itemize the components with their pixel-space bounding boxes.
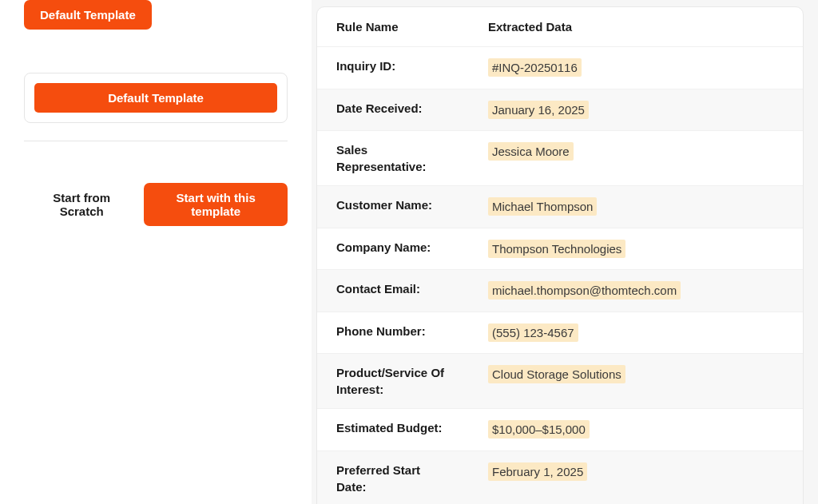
table-row: Inquiry ID:#INQ-20250116 (317, 47, 803, 89)
extracted-value: January 16, 2025 (488, 101, 589, 119)
rule-name-cell: Customer Name: (317, 186, 469, 228)
rule-name-cell: Phone Number: (317, 312, 469, 354)
rule-name-cell: Contact Email: (317, 270, 469, 312)
extracted-value: February 1, 2025 (488, 462, 587, 481)
extracted-data-table: Rule Name Extracted Data Inquiry ID:#INQ… (316, 6, 804, 504)
table-row: Contact Email:michael.thompson@thomtech.… (317, 270, 803, 312)
extracted-data-cell: #INQ-20250116 (469, 47, 803, 89)
rule-name-cell: Sales Representative: (317, 131, 469, 186)
extracted-value: #INQ-20250116 (488, 58, 582, 77)
extracted-data-cell: Thompson Technologies (469, 228, 803, 270)
template-card-button[interactable]: Default Template (34, 83, 277, 113)
extracted-value: Michael Thompson (488, 197, 597, 216)
extracted-value: $10,000–$15,000 (488, 420, 590, 439)
divider (24, 141, 288, 141)
rule-name-cell: Company Name: (317, 228, 469, 270)
rule-name-cell: Preferred Start Date: (317, 450, 469, 504)
extracted-value: michael.thompson@thomtech.com (488, 281, 681, 300)
extracted-data-cell: Jessica Moore (469, 131, 803, 186)
extracted-data-cell: (555) 123-4567 (469, 312, 803, 354)
extracted-data-cell: Cloud Storage Solutions (469, 354, 803, 409)
table-row: Sales Representative:Jessica Moore (317, 131, 803, 186)
extracted-data-cell: January 16, 2025 (469, 89, 803, 131)
extracted-value: Thompson Technologies (488, 240, 625, 258)
extracted-data-cell: February 1, 2025 (469, 450, 803, 504)
table-row: Date Received:January 16, 2025 (317, 89, 803, 131)
table-header-extracted: Extracted Data (469, 7, 803, 47)
right-panel: Rule Name Extracted Data Inquiry ID:#INQ… (312, 0, 818, 504)
table-row: Preferred Start Date:February 1, 2025 (317, 450, 803, 504)
extracted-data-cell: $10,000–$15,000 (469, 409, 803, 451)
rule-name-cell: Product/Service Of Interest: (317, 354, 469, 409)
table-header-rule: Rule Name (317, 7, 469, 47)
default-template-button[interactable]: Default Template (24, 0, 152, 30)
start-with-template-button[interactable]: Start with this template (144, 183, 288, 226)
rule-name-cell: Inquiry ID: (317, 47, 469, 89)
extracted-value: (555) 123-4567 (488, 323, 578, 342)
rule-name-cell: Date Received: (317, 89, 469, 131)
rule-name-cell: Estimated Budget: (317, 409, 469, 451)
table-row: Estimated Budget:$10,000–$15,000 (317, 409, 803, 451)
extracted-value: Jessica Moore (488, 142, 574, 161)
action-row: Start from Scratch Start with this templ… (24, 183, 288, 226)
start-from-scratch-button[interactable]: Start from Scratch (34, 191, 129, 218)
template-card: Default Template (24, 73, 288, 123)
table-row: Phone Number:(555) 123-4567 (317, 312, 803, 354)
extracted-data-cell: Michael Thompson (469, 186, 803, 228)
table-row: Product/Service Of Interest:Cloud Storag… (317, 354, 803, 409)
table-row: Company Name:Thompson Technologies (317, 228, 803, 270)
extracted-value: Cloud Storage Solutions (488, 365, 625, 383)
extracted-data-cell: michael.thompson@thomtech.com (469, 270, 803, 312)
table-row: Customer Name:Michael Thompson (317, 186, 803, 228)
left-panel: Default Template Default Template Start … (0, 0, 312, 504)
